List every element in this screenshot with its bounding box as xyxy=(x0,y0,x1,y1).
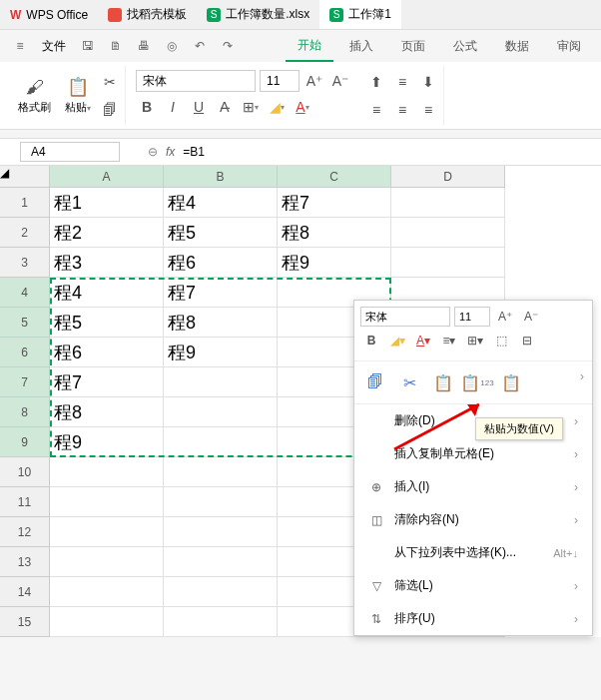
fill-color-button[interactable]: ◢▾ xyxy=(266,96,288,118)
row-header[interactable]: 9 xyxy=(0,427,50,457)
undo-icon[interactable]: ↶ xyxy=(188,34,212,58)
cell[interactable]: 程9 xyxy=(164,338,278,367)
tab-data[interactable]: 数据 xyxy=(493,30,541,62)
fx-icon[interactable]: fx xyxy=(166,145,175,159)
cell[interactable]: 程8 xyxy=(50,397,164,427)
tab-template[interactable]: 找稻壳模板 xyxy=(98,0,197,29)
cell[interactable]: 程5 xyxy=(164,218,278,248)
chevron-right-icon[interactable]: › xyxy=(580,369,584,395)
italic-button[interactable]: I xyxy=(162,96,184,118)
cell[interactable] xyxy=(391,218,505,248)
mini-font-select[interactable] xyxy=(360,307,450,327)
cell[interactable]: 程4 xyxy=(50,278,164,308)
font-name-select[interactable] xyxy=(136,70,256,92)
cell[interactable] xyxy=(164,427,278,457)
row-header[interactable]: 6 xyxy=(0,338,50,367)
cell[interactable]: 程6 xyxy=(50,338,164,367)
mini-increase-font-icon[interactable]: A⁺ xyxy=(494,307,516,327)
tab-formula[interactable]: 公式 xyxy=(441,30,489,62)
row-header[interactable]: 2 xyxy=(0,218,50,248)
row-header[interactable]: 5 xyxy=(0,308,50,338)
ctx-filter[interactable]: ▽筛选(L)› xyxy=(354,569,592,602)
tab-page[interactable]: 页面 xyxy=(389,30,437,62)
cell[interactable]: 程7 xyxy=(50,367,164,397)
align-center-icon[interactable]: ≡ xyxy=(391,99,413,121)
ctx-sort[interactable]: ⇅排序(U)› xyxy=(354,602,592,635)
font-color-button[interactable]: A▾ xyxy=(292,96,313,118)
row-header[interactable]: 11 xyxy=(0,487,50,517)
ctx-copy-icon[interactable]: 🗐 xyxy=(362,369,388,395)
new-icon[interactable]: 🗎 xyxy=(104,34,128,58)
cell[interactable] xyxy=(164,367,278,397)
mini-size-select[interactable] xyxy=(454,307,490,327)
name-box[interactable] xyxy=(20,142,120,162)
mini-bold-icon[interactable]: B xyxy=(360,331,382,350)
tab-review[interactable]: 审阅 xyxy=(545,30,593,62)
cell[interactable]: 程3 xyxy=(50,248,164,278)
increase-font-icon[interactable]: A⁺ xyxy=(303,70,325,92)
row-header[interactable]: 14 xyxy=(0,577,50,607)
mini-merge-icon[interactable]: ⬚ xyxy=(490,331,512,350)
cell[interactable]: 程6 xyxy=(164,248,278,278)
mini-align-icon[interactable]: ≡▾ xyxy=(438,331,460,350)
formula-input[interactable] xyxy=(183,145,593,159)
mini-fontcolor-icon[interactable]: A▾ xyxy=(412,331,434,350)
col-header[interactable]: A xyxy=(50,166,164,188)
menu-hamburger-icon[interactable]: ≡ xyxy=(8,34,32,58)
ctx-paste-values-icon[interactable]: 📋123 xyxy=(464,369,490,395)
underline-button[interactable]: U xyxy=(188,96,210,118)
col-header[interactable]: B xyxy=(164,166,278,188)
copy-icon[interactable]: 🗐 xyxy=(99,99,121,121)
cell[interactable] xyxy=(391,188,505,218)
cell[interactable] xyxy=(164,397,278,427)
strike-button[interactable]: A̶ xyxy=(214,96,236,118)
bold-button[interactable]: B xyxy=(136,96,158,118)
cell[interactable]: 程7 xyxy=(164,278,278,308)
ctx-insert-copy[interactable]: 插入复制单元格(E)› xyxy=(354,437,592,470)
row-header[interactable]: 10 xyxy=(0,457,50,487)
row-header[interactable]: 3 xyxy=(0,248,50,278)
save-icon[interactable]: 🖫 xyxy=(76,34,100,58)
cut-icon[interactable]: ✂ xyxy=(99,71,121,93)
format-brush-button[interactable]: 🖌 格式刷 xyxy=(12,66,57,125)
border-button[interactable]: ⊞▾ xyxy=(240,96,262,118)
mini-decrease-font-icon[interactable]: A⁻ xyxy=(520,307,542,327)
cell[interactable]: 程4 xyxy=(164,188,278,218)
col-header[interactable]: C xyxy=(278,166,391,188)
cell[interactable]: 程1 xyxy=(50,188,164,218)
ctx-dropdown[interactable]: 从下拉列表中选择(K)...Alt+↓ xyxy=(354,536,592,569)
cell[interactable]: 程9 xyxy=(50,427,164,457)
font-size-select[interactable] xyxy=(260,70,300,92)
mini-border-icon[interactable]: ⊞▾ xyxy=(464,331,486,350)
cell[interactable]: 程9 xyxy=(278,248,391,278)
row-header[interactable]: 4 xyxy=(0,278,50,308)
preview-icon[interactable]: ◎ xyxy=(160,34,184,58)
tab-wps[interactable]: WWPS Office xyxy=(0,0,98,29)
align-right-icon[interactable]: ≡ xyxy=(417,99,439,121)
tab-insert[interactable]: 插入 xyxy=(337,30,385,62)
row-header[interactable]: 1 xyxy=(0,188,50,218)
ctx-paste-icon[interactable]: 📋 xyxy=(430,369,456,395)
row-header[interactable]: 12 xyxy=(0,517,50,547)
col-header[interactable]: D xyxy=(391,166,505,188)
cancel-icon[interactable]: ⊖ xyxy=(148,145,158,159)
align-top-icon[interactable]: ⬆ xyxy=(365,71,387,93)
cell[interactable] xyxy=(391,248,505,278)
row-header[interactable]: 7 xyxy=(0,367,50,397)
ctx-cut-icon[interactable]: ✂ xyxy=(396,369,422,395)
row-header[interactable]: 13 xyxy=(0,547,50,577)
mini-fill-icon[interactable]: ◢▾ xyxy=(386,331,408,350)
tab-file1[interactable]: S工作簿数量.xlsx xyxy=(197,0,319,29)
align-bottom-icon[interactable]: ⬇ xyxy=(417,71,439,93)
tab-start[interactable]: 开始 xyxy=(286,30,333,62)
print-icon[interactable]: 🖶 xyxy=(132,34,156,58)
cell[interactable]: 程8 xyxy=(164,308,278,338)
row-header[interactable]: 8 xyxy=(0,397,50,427)
cell[interactable]: 程8 xyxy=(278,218,391,248)
ctx-paste-special-icon[interactable]: 📋 xyxy=(498,369,524,395)
paste-button[interactable]: 📋 粘贴▾ xyxy=(59,66,97,125)
ctx-clear[interactable]: ◫清除内容(N)› xyxy=(354,503,592,536)
redo-icon[interactable]: ↷ xyxy=(216,34,240,58)
select-all-corner[interactable]: ◢ xyxy=(0,166,50,188)
align-left-icon[interactable]: ≡ xyxy=(365,99,387,121)
